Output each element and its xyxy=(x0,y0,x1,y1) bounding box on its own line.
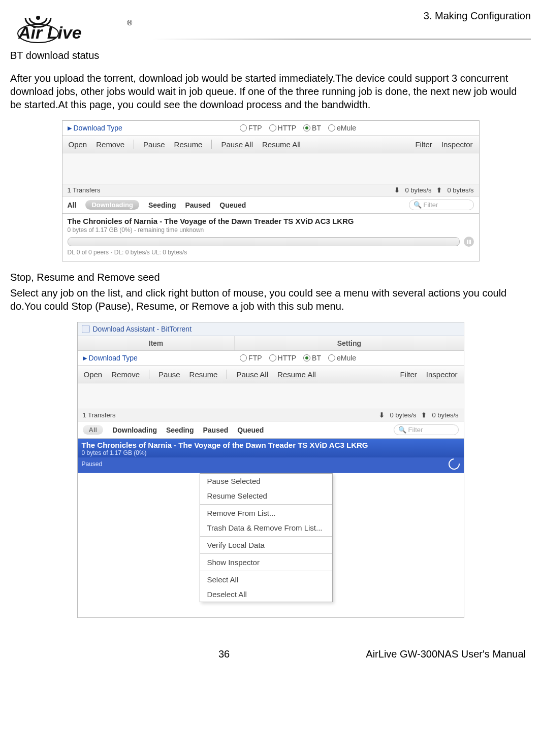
radio-emule-label: eMule xyxy=(337,354,356,362)
filter-placeholder: Filter xyxy=(408,426,423,434)
brand-logo: Air Live ® xyxy=(10,10,137,46)
remove-button[interactable]: Remove xyxy=(111,370,140,379)
progress-bar xyxy=(68,237,460,246)
svg-point-0 xyxy=(36,16,40,20)
filter-tabs: All Downloading Seeding Paused Queued 🔍 … xyxy=(78,421,464,439)
section1-title: BT download status xyxy=(10,50,531,61)
resume-button[interactable]: Resume xyxy=(189,370,218,379)
context-menu: Pause Selected Resume Selected Remove Fr… xyxy=(200,473,333,602)
toolbar-spacer xyxy=(78,383,464,409)
open-button[interactable]: Open xyxy=(69,140,87,149)
tab-paused[interactable]: Paused xyxy=(203,426,228,434)
torrent-state-row: Paused xyxy=(78,457,464,473)
filter-button[interactable]: Filter xyxy=(400,370,417,379)
bt-status-screenshot: ▶ Download Type FTP HTTP BT eMule Open R… xyxy=(62,120,480,261)
menu-trash-remove[interactable]: Trash Data & Remove From List... xyxy=(200,520,332,535)
page-number: 36 xyxy=(218,648,230,660)
menu-divider xyxy=(200,504,332,505)
menu-verify-data[interactable]: Verify Local Data xyxy=(200,538,332,552)
radio-emule[interactable]: eMule xyxy=(328,354,356,362)
download-type-label[interactable]: ▶ Download Type xyxy=(68,124,122,132)
tab-queued[interactable]: Queued xyxy=(237,426,264,434)
resume-all-button[interactable]: Resume All xyxy=(277,370,316,379)
resume-all-button[interactable]: Resume All xyxy=(262,140,301,149)
torrent-row-selected[interactable]: The Chronicles of Narnia - The Voyage of… xyxy=(78,439,464,457)
tab-all[interactable]: All xyxy=(83,425,104,435)
header-divider xyxy=(152,39,531,40)
menu-select-all[interactable]: Select All xyxy=(200,572,332,587)
download-type-radios: FTP HTTP BT eMule xyxy=(122,124,474,132)
bt-toolbar: Open Remove Pause Resume Pause All Resum… xyxy=(78,366,464,383)
menu-pause-selected[interactable]: Pause Selected xyxy=(200,474,332,488)
columns-header: Item Setting xyxy=(78,336,464,351)
bt-toolbar: Open Remove Pause Resume Pause All Resum… xyxy=(62,136,479,153)
radio-http-label: HTTP xyxy=(278,354,297,362)
filter-input[interactable]: 🔍 Filter xyxy=(409,200,474,210)
radio-bt-label: BT xyxy=(312,124,321,132)
pause-all-button[interactable]: Pause All xyxy=(236,370,268,379)
upload-speed: 0 bytes/s xyxy=(432,411,458,419)
menu-show-inspector[interactable]: Show Inspector xyxy=(200,555,332,570)
radio-emule-label: eMule xyxy=(337,124,356,132)
tab-seeding[interactable]: Seeding xyxy=(148,201,176,209)
torrent-state-text: Paused xyxy=(82,461,103,468)
upload-arrow-icon: ⬆ xyxy=(421,411,427,419)
tab-seeding[interactable]: Seeding xyxy=(166,426,194,434)
svg-text:®: ® xyxy=(127,19,133,27)
torrent-peers-text: DL 0 of 0 peers - DL: 0 bytes/s UL: 0 by… xyxy=(68,249,474,256)
toolbar-separator xyxy=(149,370,149,379)
menu-resume-selected[interactable]: Resume Selected xyxy=(200,488,332,503)
transfers-count: 1 Transfers xyxy=(83,411,116,419)
open-button[interactable]: Open xyxy=(84,370,103,379)
inspector-button[interactable]: Inspector xyxy=(441,140,473,149)
resume-button[interactable]: Resume xyxy=(174,140,203,149)
chevron-right-icon: ▶ xyxy=(68,125,72,132)
tab-paused[interactable]: Paused xyxy=(185,201,210,209)
tab-downloading[interactable]: Downloading xyxy=(85,200,139,210)
menu-divider xyxy=(200,571,332,571)
radio-ftp-label: FTP xyxy=(248,354,262,362)
radio-ftp[interactable]: FTP xyxy=(240,124,262,132)
radio-bt-label: BT xyxy=(312,354,321,362)
tab-downloading[interactable]: Downloading xyxy=(112,426,157,434)
remove-button[interactable]: Remove xyxy=(96,140,124,149)
filter-placeholder: Filter xyxy=(424,201,438,209)
window-icon xyxy=(82,325,90,333)
radio-ftp[interactable]: FTP xyxy=(240,354,262,362)
filter-button[interactable]: Filter xyxy=(415,140,432,149)
torrent-title: The Chronicles of Narnia - The Voyage of… xyxy=(68,217,474,225)
torrent-progress-text: 0 bytes of 1.17 GB (0%) - remaining time… xyxy=(68,226,474,234)
download-type-label[interactable]: ▶ Download Type xyxy=(83,354,138,362)
menu-deselect-all[interactable]: Deselect All xyxy=(200,587,332,602)
radio-http[interactable]: HTTP xyxy=(269,124,297,132)
window-title-text: Download Assistant - BitTorrent xyxy=(93,325,192,333)
filter-tabs: All Downloading Seeding Paused Queued 🔍 … xyxy=(62,196,479,214)
menu-remove-from-list[interactable]: Remove From List... xyxy=(200,506,332,520)
torrent-row[interactable]: The Chronicles of Narnia - The Voyage of… xyxy=(62,214,479,261)
tab-all[interactable]: All xyxy=(68,201,77,209)
pause-all-button[interactable]: Pause All xyxy=(221,140,253,149)
download-type-radios: FTP HTTP BT eMule xyxy=(138,354,459,362)
window-titlebar: Download Assistant - BitTorrent xyxy=(78,322,464,336)
radio-bt[interactable]: BT xyxy=(303,124,321,132)
menu-divider xyxy=(200,553,332,554)
col-item: Item xyxy=(78,336,235,350)
download-type-text: Download Type xyxy=(74,124,122,132)
search-icon: 🔍 xyxy=(413,201,422,209)
chapter-heading: 3. Making Configuration xyxy=(424,10,531,22)
download-arrow-icon: ⬇ xyxy=(379,411,385,419)
pause-button[interactable]: Pause xyxy=(158,370,180,379)
inspector-button[interactable]: Inspector xyxy=(426,370,458,379)
torrent-progress-text: 0 bytes of 1.17 GB (0%) xyxy=(82,449,460,456)
menu-divider xyxy=(200,536,332,537)
radio-bt[interactable]: BT xyxy=(303,354,321,362)
radio-emule[interactable]: eMule xyxy=(328,124,356,132)
svg-text:Air Live: Air Live xyxy=(18,23,82,42)
refresh-icon[interactable] xyxy=(446,456,462,472)
page-footer: 36 AirLive GW-300NAS User's Manual xyxy=(10,648,531,660)
tab-queued[interactable]: Queued xyxy=(219,201,246,209)
pause-button[interactable]: Pause xyxy=(143,140,165,149)
radio-http[interactable]: HTTP xyxy=(269,354,297,362)
filter-input[interactable]: 🔍 Filter xyxy=(394,424,459,435)
pause-icon[interactable] xyxy=(464,237,474,247)
